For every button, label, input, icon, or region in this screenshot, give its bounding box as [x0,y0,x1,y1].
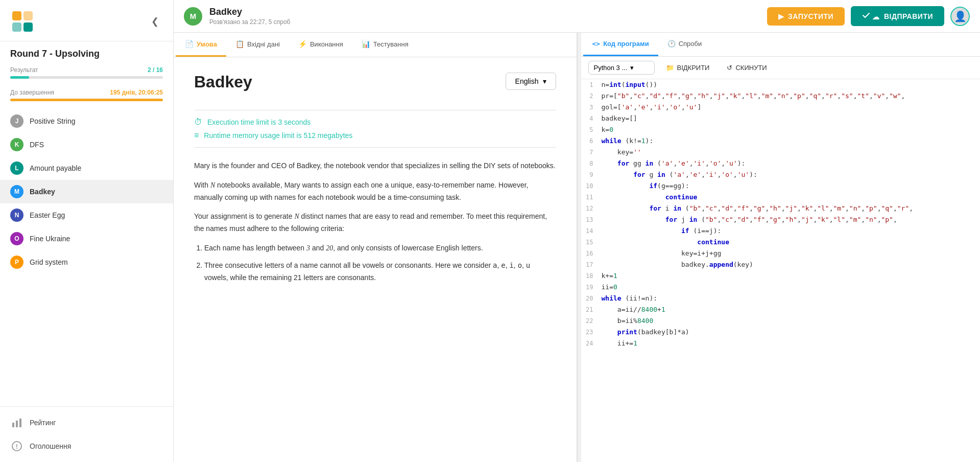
line-code: continue [602,237,981,248]
code-line: 22 b=ii%8400 [581,315,981,327]
deadline-value: 195 днів, 20:06:25 [110,89,163,96]
line-number: 4 [581,113,602,124]
tab-attempts[interactable]: 🕐 Спроби [658,33,711,56]
reset-label: СКИНУТИ [735,64,767,72]
code-line: 11 continue [581,192,981,203]
svg-rect-2 [12,22,21,32]
run-icon: ▶ [778,12,784,20]
math-20: 20 [326,244,333,252]
nav-badge-o: O [10,232,23,245]
line-code: pr=["b","c","d","f","g","h","j","k","l",… [602,90,981,102]
nav-badge-m: M [10,185,23,198]
sidebar-item-rating[interactable]: Рейтинг [0,411,173,434]
sidebar-item-badkey[interactable]: M Badkey [0,180,173,203]
line-code: if (i==j): [602,225,981,237]
math-n2: N [294,213,299,220]
code-line: 10 if(g==gg): [581,180,981,192]
open-file-button[interactable]: 📁 ВІДКРИТИ [660,61,716,74]
line-code: badkey=[] [602,113,981,124]
line-code: for gg in ('a','e','i','o','u'): [602,158,981,169]
line-number: 10 [581,180,602,192]
criterion-1: Each name has length between 3 and 20, a… [204,242,556,255]
code-line: 2pr=["b","c","d","f","g","h","j","k","l"… [581,90,981,102]
announcements-label: Оголошення [30,442,71,450]
line-number: 20 [581,293,602,304]
line-number: 15 [581,237,602,248]
sidebar-item-announcements[interactable]: ! Оголошення [0,434,173,458]
line-number: 2 [581,90,602,102]
user-avatar[interactable]: 👤 [950,7,970,26]
svg-rect-3 [23,22,33,32]
code-icon: <> [592,40,601,48]
criteria-list: Each name has length between 3 and 20, a… [194,242,556,284]
rating-label: Рейтинг [30,419,56,427]
chevron-down-icon: ▾ [543,77,546,85]
tab-umova[interactable]: 📄 Умова [176,33,226,57]
problem-p2: With N notebooks available, Mary wants t… [194,179,556,204]
tab-execution-label: Виконання [310,40,343,48]
problem-title: Badkey [209,7,290,17]
svg-rect-0 [12,11,21,20]
sidebar-item-grid-system[interactable]: P Grid system [0,250,173,274]
result-value: 2 / 16 [148,66,163,74]
line-code: continue [602,192,981,203]
tab-umova-label: Умова [197,40,217,48]
sidebar-item-fine-ukraine[interactable]: O Fine Ukraine [0,227,173,250]
open-label: ВІДКРИТИ [677,64,710,72]
code-line: 24 ii+=1 [581,338,981,349]
code-editor[interactable]: 1n=int(input())2pr=["b","c","d","f","g",… [581,79,981,462]
announcements-icon: ! [10,440,23,453]
sidebar-item-amount-payable[interactable]: L Amount payable [0,156,173,180]
nav-label-badkey: Badkey [30,188,55,196]
code-line: 1n=int(input()) [581,79,981,90]
line-code: n=int(input()) [602,79,981,90]
line-number: 17 [581,259,602,270]
sidebar-nav: J Positive String K DFS L Amount payable… [0,107,173,406]
code-line: 12 for i in ("b","c","d","f","g","h","j"… [581,203,981,214]
submit-button[interactable]: ☁ ВІДПРАВИТИ [851,6,944,26]
line-code: badkey.append(key) [602,259,981,270]
line-number: 6 [581,135,602,147]
line-number: 3 [581,102,602,113]
collapse-sidebar-button[interactable]: ❮ [147,14,163,29]
problem-header-text: Badkey Розв'язано за 22:27, 5 спроб [209,7,290,26]
line-code: for i in ("b","c","d","f","g","h","j","k… [602,203,981,214]
line-code: while (ii!=n): [602,293,981,304]
deadline-progress-fill [10,99,163,101]
reset-button[interactable]: ↺ СКИНУТИ [721,61,773,74]
dropdown-chevron-icon: ▾ [630,64,634,72]
result-stat: Результат 2 / 16 [0,62,173,85]
code-line: 17 badkey.append(key) [581,259,981,270]
tab-testing[interactable]: 📊 Тестування [352,33,418,57]
tab-attempts-label: Спроби [679,40,702,48]
line-number: 19 [581,282,602,293]
attempts-icon: 🕐 [667,40,676,48]
run-button[interactable]: ▶ ЗАПУСТИТИ [767,7,845,26]
line-number: 21 [581,304,602,315]
problem-tab-bar: 📄 Умова 📋 Вхідні дані ⚡ Виконання 📊 Тест… [174,33,577,57]
tab-code[interactable]: <> Код програми [583,33,658,56]
scroll-divider [577,33,581,462]
code-panel: <> Код програми 🕐 Спроби Python 3 ... ▾ … [581,33,981,462]
language-selector[interactable]: English ▾ [506,73,556,90]
tab-testing-label: Тестування [373,40,409,48]
line-number: 5 [581,124,602,135]
nav-badge-k: K [10,138,23,151]
language-dropdown[interactable]: Python 3 ... ▾ [588,61,655,75]
code-line: 13 for j in ("b","c","d","f","g","h","j"… [581,214,981,225]
code-line: 8 for gg in ('a','e','i','o','u'): [581,158,981,169]
nav-label-amount-payable: Amount payable [30,164,81,172]
time-limit: ⏱ Execution time limit is 3 seconds [194,118,556,127]
sidebar-item-dfs[interactable]: K DFS [0,133,173,156]
sidebar-item-positive-string[interactable]: J Positive String [0,109,173,133]
tab-execution[interactable]: ⚡ Виконання [289,33,352,57]
submit-icon: ☁ [862,11,880,21]
line-number: 24 [581,338,602,349]
code-line: 7 key='' [581,147,981,158]
tab-input[interactable]: 📋 Вхідні дані [226,33,289,57]
sidebar-item-easter-egg[interactable]: N Easter Egg [0,203,173,227]
svg-text:!: ! [16,443,18,450]
lang-dropdown-label: Python 3 ... [594,64,628,72]
line-number: 18 [581,270,602,282]
main-area: M Badkey Розв'язано за 22:27, 5 спроб ▶ … [174,0,980,462]
